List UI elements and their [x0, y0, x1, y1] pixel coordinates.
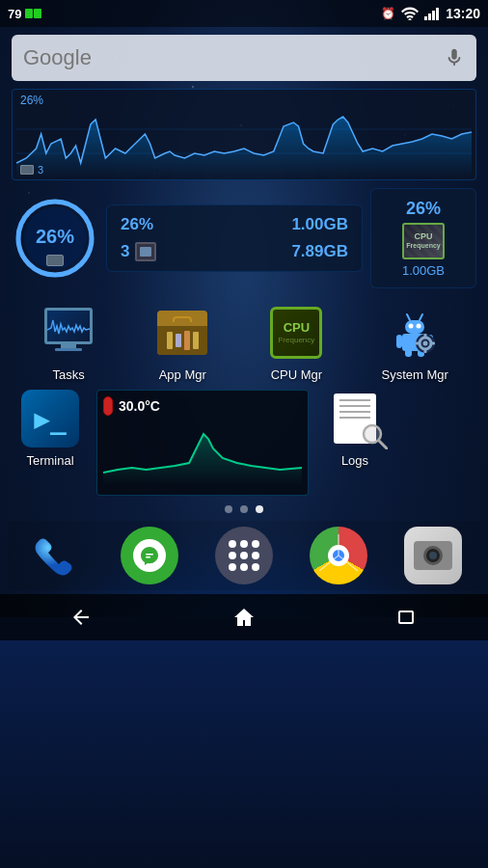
svg-rect-25 [424, 349, 427, 353]
svg-rect-2 [428, 14, 431, 20]
app-icon-tasks[interactable]: Tasks [40, 304, 97, 382]
sysmgr-label: System Mgr [382, 367, 448, 382]
mini-cpu-chip: CPU Frequency [402, 223, 445, 259]
status-left: 79 [8, 7, 41, 21]
chrome-lines [310, 527, 367, 584]
dock-chrome[interactable] [310, 527, 367, 584]
camera-body [414, 541, 452, 570]
drawer-dot-9 [252, 563, 259, 571]
svg-rect-19 [405, 349, 412, 357]
temp-widget: 30.0°C [96, 390, 309, 496]
tasks-label: Tasks [52, 367, 84, 382]
stats-row-1: 26% 1.00GB [121, 215, 348, 234]
temp-value: 30.0°C [119, 398, 160, 414]
icon-slot-terminal: ▶_ Terminal [12, 390, 89, 468]
android-robot-svg [389, 307, 441, 359]
mini-cpu-label: CPU Frequency [406, 232, 440, 250]
stat-ram: 1.00GB [291, 215, 348, 234]
cpu-graph-cores: 3 [38, 164, 43, 176]
svg-point-14 [417, 324, 421, 329]
stats-row-2: 3 7.89GB [121, 242, 348, 261]
nav-back-button[interactable] [58, 600, 104, 635]
page-dot-2[interactable] [240, 505, 248, 513]
svg-rect-33 [146, 556, 150, 558]
nav-recent-button[interactable] [384, 600, 430, 635]
app-icon-logs[interactable]: Logs [326, 390, 384, 468]
svg-rect-37 [399, 611, 413, 623]
dock [8, 521, 480, 590]
drawer-dot-6 [252, 552, 259, 559]
svg-rect-27 [431, 342, 435, 345]
stat-storage: 7.89GB [291, 242, 348, 261]
search-bar[interactable]: Google [12, 35, 476, 81]
page-dot-1[interactable] [225, 505, 232, 513]
cpu-graph-svg [16, 105, 472, 177]
svg-point-23 [423, 341, 428, 346]
temp-graph-svg [103, 420, 302, 485]
appmgr-label: App Mgr [159, 367, 206, 382]
stat-cpu-percent: 26% [121, 215, 153, 234]
mic-icon[interactable] [444, 47, 465, 68]
app-icon-terminal[interactable]: ▶_ Terminal [21, 390, 79, 468]
cpu-chip-icon [135, 242, 156, 261]
svg-point-0 [409, 18, 412, 20]
home-icon [232, 606, 256, 629]
drawer-dot-3 [252, 540, 259, 548]
cpu-graph-bottom: 3 [20, 164, 43, 176]
drawer-dot-1 [229, 540, 236, 548]
toolbox-icon [157, 311, 207, 355]
circle-gauge: 26% [12, 195, 98, 282]
battery-level: 79 [8, 7, 21, 21]
svg-rect-17 [396, 335, 402, 348]
nav-home-button[interactable] [221, 600, 267, 635]
status-bar: 79 ⏰ 13:20 [0, 0, 488, 27]
cpu-graph-percent: 26% [20, 94, 43, 107]
signal-icon [424, 7, 440, 20]
monitor-screen [44, 308, 93, 344]
app-icon-appmgr[interactable]: App Mgr [153, 304, 211, 382]
svg-rect-24 [424, 334, 427, 338]
hdd-icon [20, 165, 34, 175]
svg-line-15 [407, 314, 410, 320]
svg-marker-28 [103, 434, 302, 485]
drawer-dots-grid [229, 540, 259, 571]
svg-rect-12 [405, 320, 424, 334]
dock-hangouts[interactable] [121, 527, 178, 584]
mini-ram: 1.00GB [402, 263, 445, 278]
svg-rect-4 [436, 8, 439, 20]
dock-appdrawer[interactable] [215, 527, 273, 584]
drawer-dot-2 [240, 540, 248, 548]
tasks-icon-img [40, 304, 97, 362]
back-icon [69, 606, 93, 629]
camera-lens [423, 546, 443, 565]
cpu-chip-big-icon: CPU Frequency [270, 307, 322, 359]
dock-phone-proper[interactable] [26, 527, 84, 584]
page-dot-3[interactable] [256, 505, 263, 513]
appmgr-icon-img [153, 304, 211, 362]
app-icons-row: Tasks App Mgr CPU Fr [12, 304, 476, 382]
clock: 13:20 [446, 6, 480, 21]
svg-rect-26 [416, 342, 420, 345]
gauge-hdd-icon [46, 255, 64, 266]
thermometer-icon [103, 396, 113, 416]
cpu-chip-big-sub: Frequency [278, 336, 314, 344]
temp-header: 30.0°C [103, 396, 302, 416]
row2-container: ▶_ Terminal 30.0°C [12, 390, 476, 496]
gauge-percent: 26% [36, 226, 74, 248]
hangouts-icon-inner [133, 539, 166, 572]
terminal-chevron: ▶_ [34, 403, 67, 435]
drawer-dot-4 [229, 552, 236, 559]
terminal-label: Terminal [26, 453, 73, 468]
mini-cpu-percent: 26% [406, 199, 441, 219]
monitor-icon [42, 308, 95, 358]
stats-panel: 26% 1.00GB 3 7.89GB [106, 204, 363, 272]
app-icon-cpumgr[interactable]: CPU Frequency CPU Mgr [267, 304, 325, 382]
nav-bar [0, 594, 488, 640]
dock-camera[interactable] [404, 527, 462, 584]
logs-magnifier-icon [361, 422, 388, 449]
svg-point-13 [409, 324, 414, 329]
search-placeholder: Google [23, 45, 444, 70]
app-icon-sysmgr[interactable]: System Mgr [382, 304, 448, 382]
page-dots [0, 505, 488, 513]
logs-icon-img [326, 390, 384, 448]
